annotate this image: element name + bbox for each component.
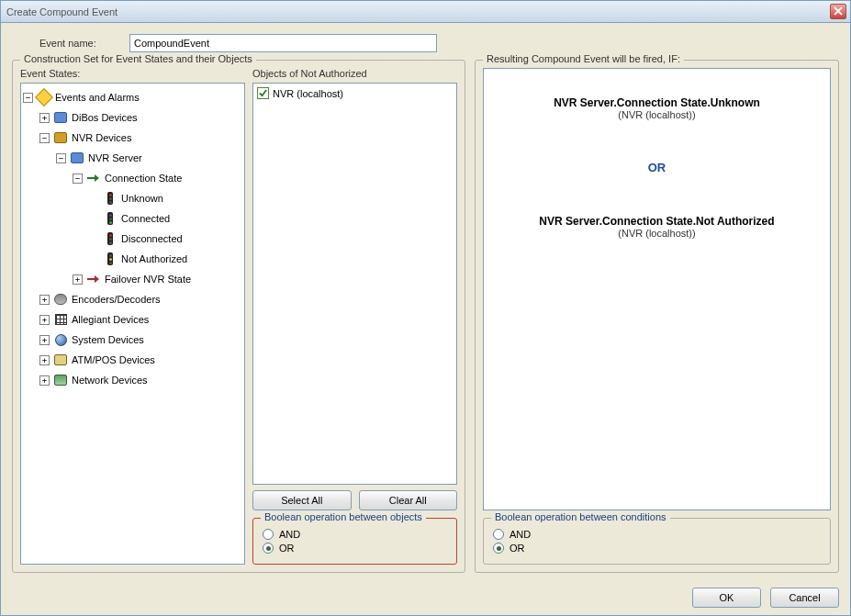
tree-label[interactable]: DiBos Devices	[72, 112, 138, 123]
condition-title: NVR Server.Connection State.Not Authoriz…	[539, 215, 774, 228]
tree-toggle[interactable]: −	[39, 133, 50, 143]
radio-label: AND	[279, 529, 300, 540]
titlebar[interactable]: Create Compound Event	[1, 1, 850, 23]
object-buttons: Select All Clear All	[252, 490, 457, 510]
event-states-label: Event States:	[20, 68, 245, 79]
server-icon	[70, 151, 84, 165]
condition-title: NVR Server.Connection State.Unknown	[554, 96, 760, 109]
boolean-objects-fieldset: Boolean operation between objects AND OR	[252, 518, 457, 565]
condition-or: OR	[648, 161, 666, 174]
encoders-icon	[53, 292, 68, 307]
close-button[interactable]	[830, 4, 846, 19]
radio-label: OR	[279, 543, 295, 554]
event-states-section: Event States: −Events and Alarms +DiBos …	[20, 68, 245, 565]
result-panel: NVR Server.Connection State.Unknown (NVR…	[483, 68, 831, 510]
checkbox-checked-icon[interactable]	[257, 87, 269, 99]
condition-1: NVR Server.Connection State.Unknown (NVR…	[554, 96, 760, 120]
tree-label[interactable]: Failover NVR State	[105, 274, 191, 285]
tree-toggle[interactable]: +	[39, 113, 50, 123]
tree-label[interactable]: Unknown	[121, 193, 163, 204]
network-icon	[53, 373, 68, 387]
traffic-light-icon	[103, 252, 118, 266]
clear-all-button[interactable]: Clear All	[359, 490, 458, 510]
or-radio-conditions[interactable]: OR	[493, 543, 821, 554]
dialog-buttons: OK Cancel	[12, 580, 839, 608]
server-icon	[53, 110, 68, 125]
condition-subtitle: (NVR (localhost))	[554, 109, 760, 120]
list-item[interactable]: NVR (localhost)	[257, 87, 453, 99]
tree-label[interactable]: Allegiant Devices	[72, 314, 149, 325]
warning-icon	[37, 90, 51, 105]
radio-icon	[493, 529, 504, 540]
resulting-event-group: Resulting Compound Event will be fired, …	[475, 60, 839, 573]
left-inner: Event States: −Events and Alarms +DiBos …	[20, 68, 457, 565]
window-title: Create Compound Event	[5, 6, 830, 17]
atm-icon	[53, 353, 68, 367]
traffic-light-icon	[103, 211, 118, 226]
resulting-event-title: Resulting Compound Event will be fired, …	[483, 53, 684, 64]
ok-button[interactable]: OK	[692, 588, 761, 608]
construction-set-title: Construction Set for Event States and th…	[20, 53, 256, 64]
objects-section: Objects of Not Authorized NVR (localhost…	[252, 68, 457, 565]
boolean-objects-legend: Boolean operation between objects	[261, 511, 426, 522]
tree-toggle[interactable]: +	[39, 335, 50, 345]
objects-label: Objects of Not Authorized	[252, 68, 457, 79]
cancel-button[interactable]: Cancel	[770, 588, 839, 608]
tree-toggle[interactable]: −	[73, 174, 83, 184]
radio-checked-icon	[263, 543, 274, 554]
event-name-label: Event name:	[39, 38, 122, 49]
arrow-icon	[86, 171, 101, 185]
and-radio-objects[interactable]: AND	[263, 529, 447, 540]
objects-list[interactable]: NVR (localhost)	[252, 83, 457, 485]
close-icon	[834, 6, 843, 17]
tree-label[interactable]: Connected	[121, 213, 170, 224]
traffic-light-icon	[103, 191, 118, 206]
tree-label[interactable]: Not Authorized	[121, 253, 187, 264]
radio-icon	[263, 529, 274, 540]
tree-label[interactable]: System Devices	[72, 334, 144, 345]
radio-label: OR	[509, 543, 525, 554]
tree-label[interactable]: NVR Server	[88, 152, 142, 163]
radio-checked-icon	[493, 543, 504, 554]
tree-toggle[interactable]: +	[39, 315, 50, 325]
tree-toggle[interactable]: −	[23, 93, 33, 103]
main-area: Construction Set for Event States and th…	[12, 60, 839, 573]
tree-label[interactable]: ATM/POS Devices	[72, 354, 155, 365]
event-name-input[interactable]	[129, 34, 437, 52]
boolean-conditions-fieldset: Boolean operation between conditions AND…	[483, 518, 831, 565]
object-item-label: NVR (localhost)	[273, 88, 343, 99]
tree-label[interactable]: Disconnected	[121, 233, 183, 244]
tree-toggle[interactable]: +	[39, 355, 50, 365]
condition-subtitle: (NVR (localhost))	[539, 228, 774, 239]
dialog-content: Event name: Construction Set for Event S…	[1, 23, 850, 615]
create-compound-event-dialog: Create Compound Event Event name: Constr…	[0, 0, 851, 616]
tree-label[interactable]: Encoders/Decoders	[72, 294, 161, 305]
arrow-icon	[86, 272, 101, 286]
grid-icon	[53, 312, 68, 327]
select-all-button[interactable]: Select All	[252, 490, 352, 510]
tree-toggle[interactable]: +	[39, 375, 50, 386]
tree-toggle[interactable]: +	[39, 295, 50, 305]
tree-label[interactable]: Connection State	[105, 173, 182, 184]
traffic-light-icon	[103, 231, 118, 246]
and-radio-conditions[interactable]: AND	[493, 529, 821, 540]
tree-toggle[interactable]: +	[73, 274, 83, 285]
tree-toggle[interactable]: −	[56, 153, 66, 163]
boolean-conditions-legend: Boolean operation between conditions	[491, 511, 670, 522]
event-states-tree[interactable]: −Events and Alarms +DiBos Devices −NVR D…	[20, 83, 245, 565]
radio-label: AND	[509, 529, 531, 540]
event-name-row: Event name:	[12, 34, 839, 52]
globe-icon	[53, 332, 68, 347]
condition-2: NVR Server.Connection State.Not Authoriz…	[539, 215, 774, 239]
or-radio-objects[interactable]: OR	[263, 543, 447, 554]
tree-label[interactable]: Events and Alarms	[55, 92, 140, 103]
server-icon	[53, 130, 68, 145]
tree-label[interactable]: NVR Devices	[72, 132, 131, 143]
tree-label[interactable]: Network Devices	[72, 375, 148, 386]
construction-set-group: Construction Set for Event States and th…	[12, 60, 465, 573]
